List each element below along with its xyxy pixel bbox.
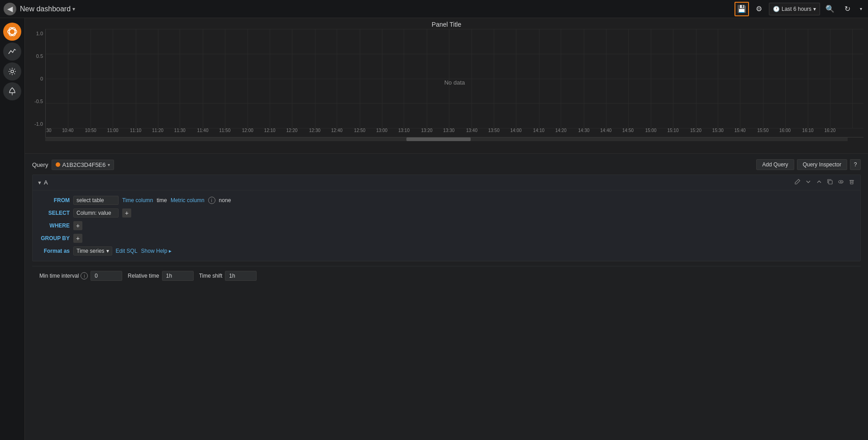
min-time-interval-info-icon[interactable]: i	[81, 272, 88, 279]
v-grid-line	[539, 29, 539, 128]
time-shift-input[interactable]	[225, 271, 257, 281]
v-grid-line	[472, 29, 472, 128]
h-grid-line	[46, 103, 863, 104]
top-navigation: ◀ New dashboard ▾ 💾 ⚙ 🕐 Last 6 hours ▾ 🔍…	[0, 0, 868, 18]
copy-icon[interactable]	[826, 178, 834, 187]
relative-time-input[interactable]	[162, 271, 194, 281]
min-time-interval-input[interactable]	[91, 271, 122, 281]
sidebar-icon-settings[interactable]	[3, 62, 21, 80]
from-keyword: FROM	[38, 197, 70, 203]
query-panel: Query A1B2C3D4F5E6 ▾ Add Query Query Ins…	[25, 154, 868, 440]
format-as-row: Format as Time series ▾ Edit SQL Show He…	[38, 245, 855, 257]
v-grid-line	[718, 29, 718, 128]
format-as-keyword: Format as	[38, 248, 70, 254]
chart-grid: No data 10:30 10:40 10:50 11:00 11:10 11…	[45, 29, 863, 137]
edit-sql-link[interactable]: Edit SQL	[116, 248, 138, 254]
h-grid-line	[46, 54, 863, 54]
svg-rect-6	[829, 180, 832, 184]
time-shift-label: Time shift	[199, 273, 223, 279]
v-grid-line	[158, 29, 158, 128]
format-chevron-icon: ▾	[106, 248, 109, 254]
v-grid-line	[382, 29, 382, 128]
query-block-a: ▼ A	[32, 175, 861, 261]
edit-icon[interactable]	[793, 178, 801, 187]
content-area: Panel Title 1.0 0.5 0 -0.5 -1.0	[25, 18, 868, 440]
query-block-label[interactable]: ▼ A	[37, 179, 48, 186]
v-grid-line	[852, 29, 853, 128]
v-grid-line	[203, 29, 203, 128]
sidebar-icon-alert[interactable]	[3, 82, 21, 100]
v-grid-line	[225, 29, 225, 128]
query-header: Query A1B2C3D4F5E6 ▾ Add Query Query Ins…	[32, 159, 861, 170]
query-header-right: Add Query Query Inspector ?	[756, 159, 861, 170]
select-value[interactable]: Column: value	[73, 208, 119, 218]
query-block-header: ▼ A	[33, 175, 860, 190]
v-grid-line	[292, 29, 292, 128]
v-grid-line	[404, 29, 404, 128]
select-keyword: SELECT	[38, 210, 70, 216]
datasource-selector[interactable]: A1B2C3D4F5E6 ▾	[52, 160, 114, 170]
chart-scrollbar[interactable]	[45, 137, 848, 141]
v-grid-line	[696, 29, 696, 128]
delete-icon[interactable]	[848, 178, 856, 187]
nav-left: ◀ New dashboard ▾	[4, 3, 75, 15]
v-grid-line	[494, 29, 494, 128]
collapse-arrow-icon: ▼	[37, 180, 42, 185]
chart-body: 1.0 0.5 0 -0.5 -1.0	[29, 29, 863, 137]
where-add-button[interactable]: +	[73, 221, 82, 230]
back-button[interactable]: ◀	[4, 3, 16, 15]
from-table-input[interactable]: select table	[73, 196, 119, 205]
metric-info-icon[interactable]: i	[208, 197, 215, 204]
settings-icon-button[interactable]: ⚙	[752, 2, 766, 16]
v-grid-line	[763, 29, 763, 128]
time-value[interactable]: time	[157, 197, 167, 203]
v-grid-line	[673, 29, 673, 128]
svg-point-2	[8, 26, 17, 37]
grid-lines	[46, 29, 863, 128]
add-query-button[interactable]: Add Query	[756, 159, 794, 170]
select-row: SELECT Column: value +	[38, 207, 855, 219]
bottom-options: Min time interval i Relative time Time s…	[32, 266, 861, 285]
query-header-left: Query A1B2C3D4F5E6 ▾	[32, 160, 114, 170]
select-add-button[interactable]: +	[122, 208, 131, 218]
v-grid-line	[136, 29, 136, 128]
svg-point-3	[11, 70, 14, 73]
group-by-row: GROUP BY +	[38, 232, 855, 245]
time-column-link[interactable]: Time column	[122, 197, 153, 203]
format-as-select[interactable]: Time series ▾	[73, 246, 112, 255]
group-by-add-button[interactable]: +	[73, 234, 82, 243]
v-grid-line	[427, 29, 427, 128]
min-time-interval-group: Min time interval i	[39, 271, 122, 281]
min-time-interval-label: Min time interval i	[39, 272, 88, 279]
hide-icon[interactable]	[837, 178, 845, 187]
sidebar-icon-datasource[interactable]	[3, 23, 21, 41]
sidebar-icon-chart[interactable]	[3, 43, 21, 61]
refresh-chevron-button[interactable]: ▾	[857, 2, 864, 16]
move-up-icon[interactable]	[815, 178, 823, 187]
datasource-name: A1B2C3D4F5E6	[62, 161, 105, 168]
v-grid-line	[68, 29, 68, 128]
metric-column-link[interactable]: Metric column	[171, 197, 205, 203]
v-grid-line	[248, 29, 248, 128]
move-down-icon[interactable]	[804, 178, 812, 187]
time-range-button[interactable]: 🕐 Last 6 hours ▾	[769, 3, 820, 15]
query-rows: FROM select table Time column time Metri…	[33, 190, 860, 261]
chart-scrollbar-thumb[interactable]	[406, 137, 471, 141]
dashboard-title[interactable]: New dashboard ▾	[20, 5, 75, 13]
no-data-label: No data	[444, 79, 465, 86]
relative-time-label: Relative time	[128, 273, 159, 279]
search-icon-button[interactable]: 🔍	[823, 2, 837, 16]
v-grid-line	[315, 29, 315, 128]
refresh-button[interactable]: ↻	[840, 2, 854, 16]
show-help-link[interactable]: Show Help ▸	[141, 248, 172, 254]
group-by-keyword: GROUP BY	[38, 235, 70, 241]
help-button[interactable]: ?	[850, 159, 861, 170]
svg-point-8	[840, 181, 842, 183]
relative-time-group: Relative time	[128, 271, 193, 281]
query-inspector-button[interactable]: Query Inspector	[797, 159, 847, 170]
h-grid-line	[46, 29, 863, 29]
v-grid-line	[91, 29, 91, 128]
left-sidebar	[0, 18, 25, 440]
y-axis: 1.0 0.5 0 -0.5 -1.0	[29, 29, 45, 137]
save-icon-button[interactable]: 💾	[734, 2, 749, 16]
